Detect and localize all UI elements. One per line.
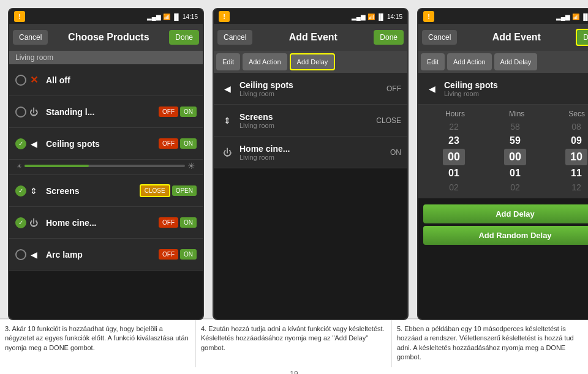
ceiling-event-text-3: Ceiling spots Living room [444, 80, 586, 97]
hour-02[interactable]: 02 [445, 181, 462, 193]
sec-08[interactable]: 08 [568, 121, 585, 133]
sec-12[interactable]: 12 [568, 181, 585, 193]
action-tabs-3: Edit Add Action Add Delay [418, 51, 588, 73]
cancel-button-1[interactable]: Cancel [13, 30, 48, 45]
sec-10[interactable]: 10 [565, 149, 587, 165]
section-label-1: Living room [15, 53, 53, 62]
screens-controls: CLOSE OPEN [140, 184, 197, 197]
battery-icon: ▐▌ [172, 13, 181, 20]
page-number: 19 [0, 367, 588, 374]
homecine-event-text: Home cine... Living room [239, 144, 385, 161]
radio-arclamp[interactable] [15, 249, 26, 260]
list-item-standing[interactable]: ⏻ Standing l... OFF ON [9, 96, 203, 128]
hour-23[interactable]: 23 [445, 134, 463, 148]
screens-close-btn[interactable]: CLOSE [140, 184, 170, 197]
tab-edit-2[interactable]: Edit [216, 53, 240, 70]
time-picker[interactable]: Hours Mins Secs 22 23 00 01 02 58 59 00 [418, 105, 588, 198]
list-item-homecine[interactable]: ✓ ⏻ Home cine... OFF ON [9, 207, 203, 239]
caption-3: 5. Ebben a példában egy 10 másodperces k… [392, 319, 588, 367]
power-homecine-icon-2: ⏻ [220, 147, 235, 158]
tab-add-delay-2[interactable]: Add Delay [290, 53, 336, 70]
add-delay-button[interactable]: Add Delay [423, 204, 588, 223]
arrows-screens-icon: ⇕ [26, 185, 41, 196]
mins-col[interactable]: 58 59 00 01 02 [504, 121, 526, 193]
sec-09[interactable]: 09 [567, 134, 586, 148]
arrows-screens-icon-2: ⇕ [220, 115, 235, 126]
ceiling-slider[interactable]: ☀ ☀ [9, 160, 203, 174]
hour-01[interactable]: 01 [445, 166, 463, 180]
radio-alloff[interactable] [15, 75, 26, 86]
sec-11[interactable]: 11 [567, 166, 586, 180]
ceiling-status: OFF [386, 84, 401, 93]
screens-open-btn[interactable]: OPEN [172, 185, 197, 196]
power-homecine-icon: ⏻ [26, 217, 41, 228]
event-item-screens[interactable]: ⇕ Screens Living room CLOSE [214, 105, 407, 137]
list-item-ceiling[interactable]: ✓ ◀ Ceiling spots OFF ON ☀ [9, 128, 203, 175]
standing-on-btn[interactable]: ON [180, 107, 197, 117]
tab-add-action-3[interactable]: Add Action [447, 53, 492, 70]
phone-panel-2: ! ▂▄▆ 📶 ▐▌ 14:15 Cancel Add Event Done E… [213, 8, 409, 320]
homecine-status: ON [390, 148, 401, 157]
hour-00[interactable]: 00 [443, 149, 465, 165]
cancel-button-2[interactable]: Cancel [217, 30, 252, 45]
event-item-homecine[interactable]: ⏻ Home cine... Living room ON [214, 137, 407, 168]
time-picker-body[interactable]: 22 23 00 01 02 58 59 00 01 02 08 09 [423, 121, 588, 193]
min-00[interactable]: 00 [504, 149, 526, 165]
caption-text-2: 4. Ezután hozzá tudja adni a kívánt funk… [201, 325, 385, 351]
alert-icon-3: ! [423, 11, 434, 22]
secs-col[interactable]: 08 09 10 11 12 [565, 121, 587, 193]
cancel-button-3[interactable]: Cancel [422, 30, 457, 45]
done-button-1[interactable]: Done [169, 30, 199, 45]
alloff-text: All off [46, 75, 197, 85]
battery-icon-2: ▐▌ [377, 13, 385, 20]
mins-label: Mins [509, 110, 524, 118]
min-01[interactable]: 01 [506, 166, 524, 180]
hours-col[interactable]: 22 23 00 01 02 [443, 121, 465, 193]
list-item-alloff[interactable]: ✕ All off [9, 64, 203, 96]
status-icons-1: ▂▄▆ 📶 ▐▌ 14:15 [147, 13, 198, 20]
min-02[interactable]: 02 [507, 181, 524, 193]
homecine-off-btn[interactable]: OFF [159, 217, 178, 228]
list-item-arclamp[interactable]: ◀ Arc lamp OFF ON [9, 239, 203, 271]
event-item-ceiling-3[interactable]: ◀ Ceiling spots Living room OFF [418, 73, 588, 105]
status-icons-2: ▂▄▆ 📶 ▐▌ 14:15 [352, 13, 402, 20]
phone-panel-3: ! ▂▄▆ 📶 ▐▌ 14:15 Cancel Add Event Done E… [417, 8, 588, 320]
section-header-1: Living room [9, 51, 203, 64]
arclamp-on-btn[interactable]: ON [180, 249, 197, 260]
homecine-on-btn[interactable]: ON [180, 217, 197, 228]
arclamp-off-btn[interactable]: OFF [159, 249, 178, 260]
radio-ceiling[interactable]: ✓ [15, 138, 26, 149]
signal-icon-3: ▂▄▆ [556, 13, 570, 20]
ceiling-on-btn[interactable]: ON [180, 138, 197, 149]
radio-screens[interactable]: ✓ [15, 185, 26, 196]
list-area-1: ✕ All off ⏻ Standing l... OFF ON [9, 64, 203, 271]
done-button-2[interactable]: Done [374, 30, 404, 45]
event-list-2: ◀ Ceiling spots Living room OFF ⇕ Screen… [214, 73, 407, 168]
wifi-icon: 📶 [163, 13, 170, 20]
list-item-screens[interactable]: ✓ ⇕ Screens CLOSE OPEN [9, 175, 203, 207]
event-item-ceiling[interactable]: ◀ Ceiling spots Living room OFF [214, 73, 407, 105]
standing-off-btn[interactable]: OFF [159, 107, 178, 117]
tab-add-delay-3[interactable]: Add Delay [494, 53, 538, 70]
tab-edit-3[interactable]: Edit [421, 53, 445, 70]
time-display-2: 14:15 [387, 13, 402, 20]
min-59[interactable]: 59 [506, 134, 524, 148]
top-bar-3: Cancel Add Event Done [418, 24, 588, 51]
slider-bar[interactable] [24, 165, 185, 167]
ceiling-off-btn[interactable]: OFF [159, 138, 178, 149]
caption-2: 4. Ezután hozzá tudja adni a kívánt funk… [196, 319, 392, 367]
arclamp-controls: OFF ON [159, 249, 197, 260]
radio-standing[interactable] [15, 107, 26, 118]
tab-add-action-2[interactable]: Add Action [243, 53, 287, 70]
radio-homecine[interactable]: ✓ [15, 217, 26, 228]
ceiling-event-text: Ceiling spots Living room [239, 80, 382, 97]
caption-text-3: 5. Ebben a példában egy 10 másodperces k… [397, 325, 574, 361]
done-button-3[interactable]: Done [576, 29, 588, 46]
power-standing-icon: ⏻ [26, 107, 41, 118]
status-bar-3: ! ▂▄▆ 📶 ▐▌ 14:15 [418, 9, 588, 24]
add-random-delay-button[interactable]: Add Random Delay [423, 226, 588, 245]
hour-22[interactable]: 22 [445, 121, 462, 133]
time-display-1: 14:15 [183, 13, 198, 20]
arclamp-text: Arc lamp [46, 250, 159, 260]
min-58[interactable]: 58 [507, 121, 524, 133]
